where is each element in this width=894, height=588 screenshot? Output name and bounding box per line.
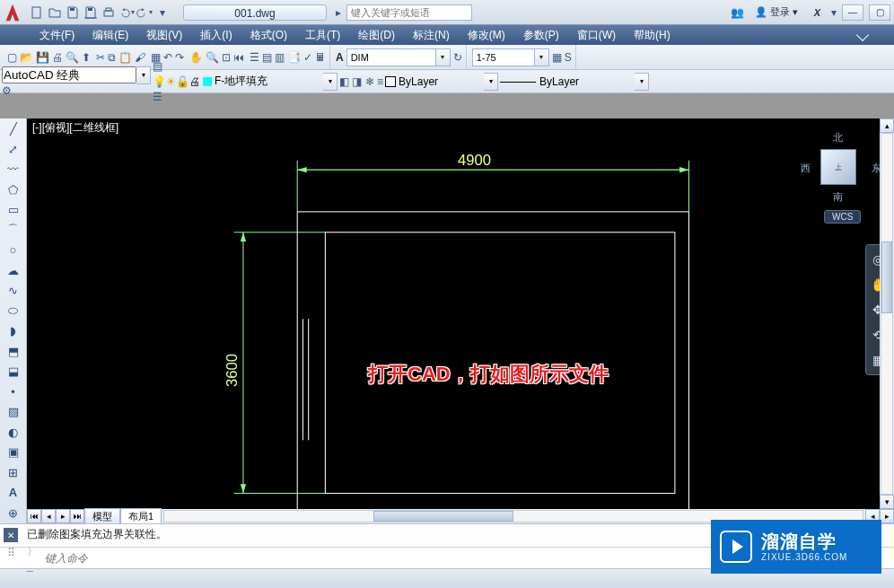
preview-icon[interactable]: 🔍 <box>66 51 79 64</box>
print-icon[interactable] <box>101 4 117 21</box>
insert-tool[interactable]: ⬒ <box>4 343 23 361</box>
dropdown-button[interactable]: ▾ <box>535 48 549 66</box>
workspace-settings-icon[interactable]: ⚙ <box>2 84 12 97</box>
menu-draw[interactable]: 绘图(D) <box>355 26 399 45</box>
anno-scale-combo[interactable]: ▾ <box>472 48 549 66</box>
scroll-thumb[interactable] <box>881 241 892 313</box>
tab-prev-button[interactable]: ◂ <box>41 509 56 523</box>
dropdown-button[interactable]: ▾ <box>635 73 649 91</box>
block-tool[interactable]: ⬓ <box>4 363 23 381</box>
viewcube-west[interactable]: 西 <box>801 162 811 175</box>
dropdown-button[interactable]: ▾ <box>484 73 498 91</box>
menu-view[interactable]: 视图(V) <box>143 26 186 45</box>
table-icon[interactable]: ▦ <box>552 51 562 64</box>
redo-icon[interactable] <box>136 4 153 21</box>
maximize-button[interactable]: ▢ <box>869 4 890 21</box>
menu-insert[interactable]: 插入(I) <box>197 26 235 45</box>
spline-tool[interactable]: ∿ <box>4 282 23 300</box>
xline-tool[interactable]: ⤢ <box>4 141 23 159</box>
undo-icon[interactable] <box>118 4 135 21</box>
dropdown-button[interactable]: ▾ <box>436 48 451 66</box>
gradient-tool[interactable]: ◐ <box>4 424 23 442</box>
scroll-thumb[interactable] <box>373 511 513 522</box>
scroll-up-button[interactable]: ▴ <box>880 118 894 133</box>
menu-dim[interactable]: 标注(N) <box>409 26 453 45</box>
revcloud-tool[interactable]: ☁ <box>4 262 23 280</box>
dim-style-combo[interactable]: ▾ <box>346 48 451 66</box>
tab-model[interactable]: 模型 <box>84 508 120 525</box>
pline-tool[interactable]: 〰 <box>4 161 23 179</box>
scroll-down-button[interactable]: ▾ <box>880 495 894 509</box>
drawing-canvas[interactable]: [-][俯视][二维线框] 4900 3600 打开CAD，打如图所示文件 <box>27 118 894 523</box>
layer-manager-icon[interactable]: ▤ <box>153 60 162 73</box>
menu-tools[interactable]: 工具(T) <box>302 26 344 45</box>
vertical-scrollbar[interactable]: ▴ ▾ <box>880 118 894 509</box>
menu-format[interactable]: 格式(O) <box>247 26 291 45</box>
workspace-input[interactable] <box>2 66 136 83</box>
publish-icon[interactable]: ⬆ <box>82 51 91 64</box>
menu-window[interactable]: 窗口(W) <box>574 26 619 45</box>
new-icon[interactable] <box>29 4 45 21</box>
layer-combo[interactable]: 💡 ☀ 🔓 🖨 F-地坪填充 ▾ <box>153 73 337 91</box>
layermatch-icon[interactable]: ≡ <box>377 75 383 88</box>
point-tool[interactable]: • <box>4 383 23 401</box>
layeriso-icon[interactable]: ◧ <box>339 75 349 88</box>
style-icon[interactable]: S <box>565 51 572 64</box>
table-tool[interactable]: ⊞ <box>4 464 23 482</box>
matchprop-icon[interactable]: 🖌 <box>135 51 145 64</box>
addselected-tool[interactable]: ⊕ <box>4 505 23 522</box>
ellipsearc-tool[interactable]: ◗ <box>4 322 23 340</box>
print-icon[interactable]: 🖨 <box>52 51 63 64</box>
menu-modify[interactable]: 修改(M) <box>464 26 509 45</box>
wcs-badge[interactable]: WCS <box>824 210 861 224</box>
dropdown-button[interactable]: ▾ <box>136 66 151 84</box>
copy-icon[interactable]: ⧉ <box>108 51 116 64</box>
layerfrz-icon[interactable]: ❄ <box>365 75 374 88</box>
tab-first-button[interactable]: ⏮ <box>27 509 41 523</box>
new-icon[interactable]: ▢ <box>7 51 17 64</box>
save-icon[interactable]: 💾 <box>36 51 49 64</box>
help-icon[interactable]: ▾ <box>831 6 837 19</box>
minimize-button[interactable]: — <box>842 4 863 21</box>
polygon-tool[interactable]: ⬠ <box>4 181 23 199</box>
viewcube-south[interactable]: 南 <box>833 190 843 204</box>
menu-overflow-icon[interactable] <box>856 29 869 41</box>
region-tool[interactable]: ▣ <box>4 443 23 461</box>
dropdown-button[interactable]: ▾ <box>323 73 337 91</box>
open-icon[interactable] <box>47 4 63 21</box>
dimupdate-icon[interactable]: ↻ <box>453 51 462 64</box>
tab-layout1[interactable]: 布局1 <box>120 508 162 525</box>
menu-help[interactable]: 帮助(H) <box>630 26 674 45</box>
help-search[interactable] <box>346 4 472 21</box>
login-button[interactable]: 👤 登录 ▾ <box>749 4 803 21</box>
signin-icon[interactable]: 👥 <box>731 6 744 19</box>
view-cube[interactable]: 北 西 东 南 上 WCS <box>801 127 876 217</box>
layer-states-icon[interactable]: ☰ <box>153 91 162 103</box>
cut-icon[interactable]: ✂ <box>96 51 105 64</box>
open-icon[interactable]: 📂 <box>20 51 33 64</box>
tab-last-button[interactable]: ⏭ <box>70 509 84 523</box>
scroll-right-button[interactable]: ▸ <box>880 509 894 523</box>
app-logo[interactable] <box>0 0 25 25</box>
linetype-combo[interactable]: ByLayer ▾ <box>500 73 649 91</box>
menu-file[interactable]: 文件(F) <box>36 26 78 45</box>
qat-more-icon[interactable]: ▾ <box>154 4 171 21</box>
grip-icon[interactable]: ⠿ <box>4 546 18 560</box>
menu-edit[interactable]: 编辑(E) <box>89 26 132 45</box>
tab-next-button[interactable]: ▸ <box>56 509 70 523</box>
close-icon[interactable]: ✕ <box>4 528 18 542</box>
saveas-icon[interactable] <box>83 4 99 21</box>
viewcube-face[interactable]: 上 <box>820 149 856 185</box>
help-search-input[interactable] <box>346 4 472 21</box>
save-icon[interactable] <box>65 4 81 21</box>
anno-scale-input[interactable] <box>472 48 535 66</box>
layeroff-icon[interactable]: ◨ <box>352 75 362 88</box>
dim-style-input[interactable] <box>346 48 436 66</box>
mtext-tool[interactable]: A <box>4 484 23 502</box>
exchange-apps-icon[interactable]: X <box>809 5 826 20</box>
title-dropdown-icon[interactable]: ▸ <box>336 6 341 19</box>
paste-icon[interactable]: 📋 <box>118 51 132 64</box>
line-tool[interactable]: ╱ <box>4 120 23 138</box>
circle-tool[interactable]: ○ <box>4 241 23 259</box>
ellipse-tool[interactable]: ⬭ <box>4 303 23 320</box>
